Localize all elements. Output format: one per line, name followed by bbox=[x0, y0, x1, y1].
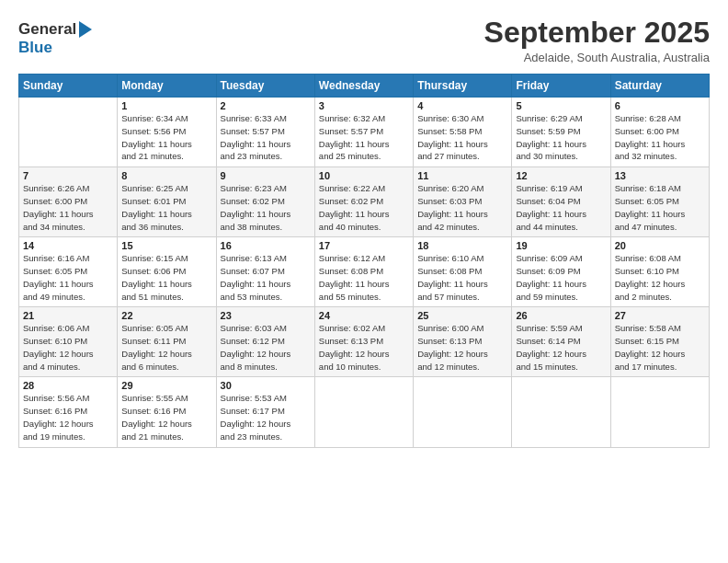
calendar-cell: 7Sunrise: 6:26 AMSunset: 6:00 PMDaylight… bbox=[19, 167, 118, 237]
day-info: Sunrise: 5:59 AMSunset: 6:14 PMDaylight:… bbox=[516, 322, 606, 373]
weekday-header-thursday: Thursday bbox=[414, 75, 512, 98]
weekday-header-sunday: Sunday bbox=[19, 75, 118, 98]
day-info: Sunrise: 6:06 AMSunset: 6:10 PMDaylight:… bbox=[23, 322, 113, 373]
calendar-cell: 2Sunrise: 6:33 AMSunset: 5:57 PMDaylight… bbox=[216, 98, 314, 167]
calendar-cell: 10Sunrise: 6:22 AMSunset: 6:02 PMDayligh… bbox=[314, 167, 413, 237]
day-number: 8 bbox=[121, 170, 211, 181]
title-block: September 2025 Adelaide, South Australia… bbox=[484, 17, 710, 64]
calendar-cell: 28Sunrise: 5:56 AMSunset: 6:16 PMDayligh… bbox=[19, 377, 118, 447]
day-number: 9 bbox=[221, 170, 311, 181]
logo-general: General bbox=[18, 20, 76, 39]
day-info: Sunrise: 6:12 AMSunset: 6:08 PMDaylight:… bbox=[319, 252, 409, 303]
day-number: 2 bbox=[221, 100, 311, 111]
day-number: 15 bbox=[121, 240, 211, 251]
day-number: 19 bbox=[516, 240, 606, 251]
calendar-cell: 18Sunrise: 6:10 AMSunset: 6:08 PMDayligh… bbox=[414, 237, 512, 307]
day-number: 23 bbox=[221, 310, 311, 321]
day-number: 27 bbox=[615, 310, 705, 321]
day-number: 28 bbox=[23, 380, 113, 391]
day-number: 16 bbox=[221, 240, 311, 251]
day-number: 13 bbox=[615, 170, 705, 181]
day-info: Sunrise: 6:00 AMSunset: 6:13 PMDaylight:… bbox=[417, 322, 507, 373]
day-number: 30 bbox=[221, 380, 311, 391]
calendar-cell: 12Sunrise: 6:19 AMSunset: 6:04 PMDayligh… bbox=[512, 167, 610, 237]
calendar-cell: 17Sunrise: 6:12 AMSunset: 6:08 PMDayligh… bbox=[314, 237, 413, 307]
day-info: Sunrise: 5:58 AMSunset: 6:15 PMDaylight:… bbox=[615, 322, 705, 373]
day-info: Sunrise: 6:15 AMSunset: 6:06 PMDaylight:… bbox=[121, 252, 211, 303]
calendar-cell bbox=[610, 377, 709, 447]
calendar-cell: 3Sunrise: 6:32 AMSunset: 5:57 PMDaylight… bbox=[314, 98, 413, 167]
day-info: Sunrise: 6:25 AMSunset: 6:01 PMDaylight:… bbox=[121, 182, 211, 233]
weekday-header-monday: Monday bbox=[118, 75, 216, 98]
calendar-table: SundayMondayTuesdayWednesdayThursdayFrid… bbox=[18, 74, 710, 447]
day-info: Sunrise: 5:55 AMSunset: 6:16 PMDaylight:… bbox=[121, 392, 211, 442]
day-info: Sunrise: 6:20 AMSunset: 6:03 PMDaylight:… bbox=[417, 182, 507, 233]
page: General Blue September 2025 Adelaide, So… bbox=[0, 0, 728, 563]
calendar-cell: 9Sunrise: 6:23 AMSunset: 6:02 PMDaylight… bbox=[216, 167, 314, 237]
day-number: 1 bbox=[121, 100, 211, 111]
weekday-header-saturday: Saturday bbox=[610, 75, 709, 98]
calendar-cell: 16Sunrise: 6:13 AMSunset: 6:07 PMDayligh… bbox=[216, 237, 314, 307]
calendar-cell bbox=[314, 377, 413, 447]
day-number: 18 bbox=[417, 240, 507, 251]
calendar-cell: 20Sunrise: 6:08 AMSunset: 6:10 PMDayligh… bbox=[610, 237, 709, 307]
calendar-cell: 27Sunrise: 5:58 AMSunset: 6:15 PMDayligh… bbox=[610, 307, 709, 377]
day-info: Sunrise: 6:33 AMSunset: 5:57 PMDaylight:… bbox=[221, 112, 311, 163]
calendar-cell bbox=[512, 377, 610, 447]
day-number: 20 bbox=[615, 240, 705, 251]
day-info: Sunrise: 6:08 AMSunset: 6:10 PMDaylight:… bbox=[615, 252, 705, 303]
day-number: 21 bbox=[23, 310, 113, 321]
day-info: Sunrise: 6:34 AMSunset: 5:56 PMDaylight:… bbox=[121, 112, 211, 163]
weekday-header-tuesday: Tuesday bbox=[216, 75, 314, 98]
calendar-week-row: 28Sunrise: 5:56 AMSunset: 6:16 PMDayligh… bbox=[19, 377, 710, 447]
day-number: 14 bbox=[23, 240, 113, 251]
day-info: Sunrise: 5:53 AMSunset: 6:17 PMDaylight:… bbox=[221, 392, 311, 442]
calendar-week-row: 21Sunrise: 6:06 AMSunset: 6:10 PMDayligh… bbox=[19, 307, 710, 377]
calendar-cell: 1Sunrise: 6:34 AMSunset: 5:56 PMDaylight… bbox=[118, 98, 216, 167]
day-number: 26 bbox=[516, 310, 606, 321]
weekday-header-wednesday: Wednesday bbox=[314, 75, 413, 98]
calendar-week-row: 1Sunrise: 6:34 AMSunset: 5:56 PMDaylight… bbox=[19, 98, 710, 167]
calendar-cell: 30Sunrise: 5:53 AMSunset: 6:17 PMDayligh… bbox=[216, 377, 314, 447]
day-info: Sunrise: 6:10 AMSunset: 6:08 PMDaylight:… bbox=[417, 252, 507, 303]
calendar-cell: 21Sunrise: 6:06 AMSunset: 6:10 PMDayligh… bbox=[19, 307, 118, 377]
calendar-cell: 14Sunrise: 6:16 AMSunset: 6:05 PMDayligh… bbox=[19, 237, 118, 307]
day-info: Sunrise: 6:19 AMSunset: 6:04 PMDaylight:… bbox=[516, 182, 606, 233]
calendar-cell: 24Sunrise: 6:02 AMSunset: 6:13 PMDayligh… bbox=[314, 307, 413, 377]
weekday-header-row: SundayMondayTuesdayWednesdayThursdayFrid… bbox=[19, 75, 710, 98]
calendar-cell: 25Sunrise: 6:00 AMSunset: 6:13 PMDayligh… bbox=[414, 307, 512, 377]
day-number: 5 bbox=[516, 100, 606, 111]
day-info: Sunrise: 6:23 AMSunset: 6:02 PMDaylight:… bbox=[221, 182, 311, 233]
day-info: Sunrise: 6:16 AMSunset: 6:05 PMDaylight:… bbox=[23, 252, 113, 303]
calendar-cell: 15Sunrise: 6:15 AMSunset: 6:06 PMDayligh… bbox=[118, 237, 216, 307]
calendar-cell bbox=[19, 98, 118, 167]
day-number: 11 bbox=[417, 170, 507, 181]
day-number: 6 bbox=[615, 100, 705, 111]
day-info: Sunrise: 6:02 AMSunset: 6:13 PMDaylight:… bbox=[319, 322, 409, 373]
day-number: 17 bbox=[319, 240, 409, 251]
day-number: 22 bbox=[121, 310, 211, 321]
day-number: 25 bbox=[417, 310, 507, 321]
day-info: Sunrise: 6:18 AMSunset: 6:05 PMDaylight:… bbox=[615, 182, 705, 233]
day-number: 12 bbox=[516, 170, 606, 181]
day-number: 10 bbox=[319, 170, 409, 181]
calendar-cell bbox=[414, 377, 512, 447]
location-subtitle: Adelaide, South Australia, Australia bbox=[484, 51, 710, 64]
day-number: 7 bbox=[23, 170, 113, 181]
calendar-cell: 23Sunrise: 6:03 AMSunset: 6:12 PMDayligh… bbox=[216, 307, 314, 377]
logo-arrow-icon bbox=[79, 21, 92, 38]
day-number: 3 bbox=[319, 100, 409, 111]
day-info: Sunrise: 6:29 AMSunset: 5:59 PMDaylight:… bbox=[516, 112, 606, 163]
calendar-cell: 29Sunrise: 5:55 AMSunset: 6:16 PMDayligh… bbox=[118, 377, 216, 447]
logo: General Blue bbox=[18, 20, 92, 57]
calendar-cell: 4Sunrise: 6:30 AMSunset: 5:58 PMDaylight… bbox=[414, 98, 512, 167]
calendar-cell: 22Sunrise: 6:05 AMSunset: 6:11 PMDayligh… bbox=[118, 307, 216, 377]
day-info: Sunrise: 6:13 AMSunset: 6:07 PMDaylight:… bbox=[221, 252, 311, 303]
calendar-cell: 19Sunrise: 6:09 AMSunset: 6:09 PMDayligh… bbox=[512, 237, 610, 307]
calendar-cell: 8Sunrise: 6:25 AMSunset: 6:01 PMDaylight… bbox=[118, 167, 216, 237]
month-title: September 2025 bbox=[484, 17, 710, 49]
day-info: Sunrise: 6:26 AMSunset: 6:00 PMDaylight:… bbox=[23, 182, 113, 233]
day-number: 29 bbox=[121, 380, 211, 391]
day-info: Sunrise: 6:32 AMSunset: 5:57 PMDaylight:… bbox=[319, 112, 409, 163]
calendar-week-row: 14Sunrise: 6:16 AMSunset: 6:05 PMDayligh… bbox=[19, 237, 710, 307]
